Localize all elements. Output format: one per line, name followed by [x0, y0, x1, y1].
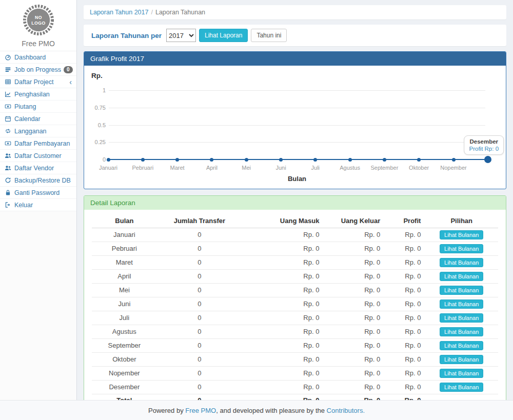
lihat-bulanan-button[interactable]: Lihat Bulanan — [440, 355, 483, 364]
money-icon — [5, 140, 12, 147]
brand-name: Free PMO — [0, 39, 76, 48]
data-point-desember[interactable] — [484, 156, 491, 163]
table-cell: September — [92, 339, 157, 353]
y-tick-label: 1 — [90, 87, 106, 93]
table-row-mei: Mei0Rp. 0Rp. 0Rp. 0Lihat Bulanan — [92, 284, 498, 297]
lihat-bulanan-button[interactable]: Lihat Bulanan — [440, 286, 483, 295]
money-icon — [5, 103, 12, 110]
data-point-agustus[interactable] — [348, 158, 352, 162]
table-row-nopember: Nopember0Rp. 0Rp. 0Rp. 0Lihat Bulanan — [92, 367, 498, 381]
footer-link-free-pmo[interactable]: Free PMO — [185, 407, 216, 414]
sidebar-item-ganti-password[interactable]: Ganti Password — [0, 187, 76, 199]
table-cell: Rp. 0 — [323, 353, 384, 367]
lihat-bulanan-button[interactable]: Lihat Bulanan — [440, 230, 483, 239]
table-cell: Maret — [92, 256, 157, 270]
table-cell: Rp. 0 — [384, 339, 425, 353]
table-cell: Rp. 0 — [242, 381, 323, 394]
table-icon — [5, 78, 12, 86]
table-cell: Pebruari — [92, 242, 157, 256]
data-point-mei[interactable] — [245, 158, 248, 162]
no-logo-badge: NO LOGO — [23, 4, 54, 36]
data-point-maret[interactable] — [175, 158, 179, 162]
table-cell: Rp. 0 — [323, 242, 384, 256]
sidebar-item-label: Keluar — [14, 202, 33, 209]
lihat-bulanan-button[interactable]: Lihat Bulanan — [440, 383, 483, 392]
data-point-september[interactable] — [383, 158, 386, 162]
chart-panel: Grafik Profit 2017 Rp. Bulan 10.750.50.2… — [84, 51, 506, 189]
lihat-laporan-button[interactable]: Lihat Laporan — [199, 29, 248, 42]
data-point-pebruari[interactable] — [141, 158, 145, 162]
gridline — [109, 90, 485, 91]
sidebar-item-langganan[interactable]: Langganan — [0, 125, 76, 137]
sidebar-item-daftar-vendor[interactable]: Daftar Vendor — [0, 162, 76, 174]
sidebar-item-label: Ganti Password — [14, 189, 60, 196]
detail-panel-title: Detail Laporan — [84, 196, 506, 210]
table-cell: Rp. 0 — [323, 297, 384, 311]
year-select[interactable]: 2017 — [166, 29, 196, 42]
table-cell: April — [92, 270, 157, 284]
data-point-juli[interactable] — [313, 158, 317, 162]
tooltip-value: Profit Rp: 0 — [469, 146, 499, 152]
lihat-bulanan-button[interactable]: Lihat Bulanan — [440, 272, 483, 281]
sidebar-item-calendar[interactable]: Calendar — [0, 113, 76, 125]
lihat-bulanan-button[interactable]: Lihat Bulanan — [440, 369, 483, 378]
table-cell: 0 — [157, 353, 242, 367]
breadcrumb: Laporan Tahun 2017/Laporan Tahunan — [84, 5, 506, 19]
footer-link-contributors[interactable]: Contributors. — [327, 407, 365, 414]
sidebar-item-daftar-project[interactable]: Daftar Project‹ — [0, 76, 76, 88]
col-uang-masuk: Uang Masuk — [242, 214, 323, 228]
col-profit: Profit — [384, 214, 425, 228]
filter-label: Laporan Tahunan per — [91, 32, 162, 39]
total-cell: Rp. 0 — [323, 394, 384, 401]
data-point-april[interactable] — [210, 158, 213, 162]
lock-icon — [5, 189, 12, 196]
x-tick-label: Agustus — [333, 165, 367, 171]
users-icon — [5, 152, 12, 159]
x-tick-label: September — [367, 165, 401, 171]
table-cell: Rp. 0 — [384, 228, 425, 242]
table-cell: 0 — [157, 228, 242, 242]
brand-block: NO LOGO Free PMO — [0, 0, 76, 51]
lihat-bulanan-button[interactable]: Lihat Bulanan — [440, 313, 483, 323]
logo-line-1: NO — [34, 15, 42, 20]
sidebar-item-penghasilan[interactable]: Penghasilan — [0, 88, 76, 101]
tahun-ini-button[interactable]: Tahun ini — [251, 29, 287, 42]
lihat-bulanan-button[interactable]: Lihat Bulanan — [440, 244, 483, 253]
lihat-bulanan-button[interactable]: Lihat Bulanan — [440, 299, 483, 309]
sidebar-item-daftar-customer[interactable]: Daftar Customer — [0, 150, 76, 162]
table-cell: Rp. 0 — [323, 381, 384, 394]
data-point-oktober[interactable] — [417, 158, 421, 162]
lihat-bulanan-button[interactable]: Lihat Bulanan — [440, 327, 483, 336]
sidebar-item-label: Calendar — [14, 115, 41, 123]
sidebar-item-daftar-pembayaran[interactable]: Daftar Pembayaran — [0, 137, 76, 150]
lihat-bulanan-button[interactable]: Lihat Bulanan — [440, 341, 483, 350]
table-cell: Rp. 0 — [323, 367, 384, 381]
sidebar-item-piutang[interactable]: Piutang — [0, 101, 76, 113]
table-cell-action: Lihat Bulanan — [425, 381, 498, 394]
lihat-bulanan-button[interactable]: Lihat Bulanan — [440, 258, 483, 267]
table-cell: Rp. 0 — [323, 311, 384, 325]
table-cell: 0 — [157, 311, 242, 325]
table-cell-action: Lihat Bulanan — [425, 353, 498, 367]
table-cell-action: Lihat Bulanan — [425, 311, 498, 325]
table-header-row: Bulan Jumlah Transfer Uang Masuk Uang Ke… — [92, 214, 498, 228]
table-cell: 0 — [157, 367, 242, 381]
profit-line-chart: Rp. Bulan 10.750.50.250JanuariPebruariMa… — [90, 70, 500, 185]
table-cell-action: Lihat Bulanan — [425, 284, 498, 297]
table-cell: Oktober — [92, 353, 157, 367]
sidebar-item-keluar[interactable]: Keluar — [0, 199, 76, 211]
table-cell: Rp. 0 — [384, 325, 425, 339]
data-point-januari[interactable] — [107, 158, 110, 162]
table-cell: Rp. 0 — [384, 367, 425, 381]
sidebar-item-job-on-progress[interactable]: Job on Progress0 — [0, 64, 76, 76]
table-cell: 0 — [157, 284, 242, 297]
sidebar-item-dashboard[interactable]: Dashboard — [0, 51, 76, 64]
data-point-juni[interactable] — [279, 158, 283, 162]
data-point-nopember[interactable] — [452, 158, 456, 162]
breadcrumb-link[interactable]: Laporan Tahun 2017 — [90, 9, 148, 16]
sign-out-icon — [5, 202, 12, 209]
table-row-april: April0Rp. 0Rp. 0Rp. 0Lihat Bulanan — [92, 270, 498, 284]
sidebar-item-label: Daftar Vendor — [14, 165, 54, 172]
sidebar-item-backup-restore-db[interactable]: Backup/Restore DB — [0, 174, 76, 187]
gridline — [109, 108, 485, 108]
